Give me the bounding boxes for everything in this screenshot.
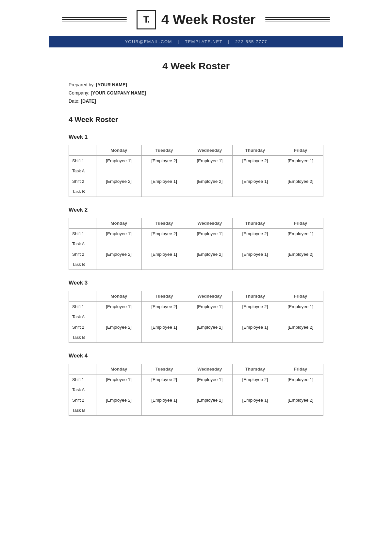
cell-empty — [141, 239, 187, 249]
cell: [Employee 2] — [232, 301, 278, 312]
prepared-by-label: Prepared by: — [69, 82, 95, 87]
cell: [Employee 1] — [96, 155, 141, 166]
cell-empty — [232, 166, 278, 176]
task-label: Task B — [69, 186, 96, 197]
cell: [Employee 1] — [96, 228, 141, 239]
main-content: 4 Week Roster Prepared by: [YOUR NAME] C… — [49, 47, 343, 439]
cell: [Employee 2] — [232, 228, 278, 239]
week-2-table: MondayTuesdayWednesdayThursdayFridayShif… — [69, 218, 323, 270]
cell-empty — [278, 312, 323, 322]
col-header-monday: Monday — [96, 364, 141, 374]
col-header-label — [69, 291, 96, 301]
cell-empty — [278, 186, 323, 197]
header-title: 4 Week Roster — [161, 12, 256, 27]
cell-empty — [232, 312, 278, 322]
cell-empty — [232, 186, 278, 197]
cell-empty — [232, 385, 278, 395]
week-4: Week 4MondayTuesdayWednesdayThursdayFrid… — [69, 353, 323, 416]
col-header-thursday: Thursday — [232, 364, 278, 374]
shift-label: Shift 2 — [69, 176, 96, 186]
table-row: Shift 2[Employee 2][Employee 1][Employee… — [69, 395, 323, 405]
task-label: Task B — [69, 405, 96, 416]
table-row: Shift 1[Employee 1][Employee 2][Employee… — [69, 374, 323, 385]
table-row: Shift 1[Employee 1][Employee 2][Employee… — [69, 228, 323, 239]
date-row: Date: [DATE] — [69, 97, 323, 105]
banner-website: TEMPLATE.NET — [185, 39, 222, 44]
col-header-tuesday: Tuesday — [141, 218, 187, 228]
table-row: Task A — [69, 312, 323, 322]
page-header: T. 4 Week Roster — [49, 0, 343, 36]
document-title: 4 Week Roster — [69, 61, 323, 72]
cell: [Employee 2] — [232, 155, 278, 166]
table-row: Task A — [69, 239, 323, 249]
col-header-friday: Friday — [278, 291, 323, 301]
header-lines-left — [62, 17, 127, 22]
header-line — [62, 22, 127, 22]
cell: [Employee 1] — [141, 395, 187, 405]
cell: [Employee 1] — [187, 228, 232, 239]
table-row: Task B — [69, 186, 323, 197]
cell-empty — [187, 239, 232, 249]
col-header-wednesday: Wednesday — [187, 218, 232, 228]
task-label: Task A — [69, 312, 96, 322]
col-header-tuesday: Tuesday — [141, 364, 187, 374]
cell: [Employee 2] — [278, 249, 323, 259]
cell-empty — [232, 332, 278, 343]
cell-empty — [96, 166, 141, 176]
week-1-title: Week 1 — [69, 134, 323, 140]
cell: [Employee 2] — [141, 301, 187, 312]
cell: [Employee 1] — [232, 395, 278, 405]
table-row: Task B — [69, 332, 323, 343]
header-line — [265, 17, 330, 18]
col-header-label — [69, 364, 96, 374]
banner-email: YOUR@EMAIL.COM — [125, 39, 172, 44]
cell: [Employee 1] — [187, 374, 232, 385]
table-row: Shift 2[Employee 2][Employee 1][Employee… — [69, 176, 323, 186]
task-label: Task A — [69, 385, 96, 395]
cell: [Employee 1] — [141, 322, 187, 332]
cell: [Employee 2] — [141, 374, 187, 385]
company-value: [YOUR COMPANY NAME] — [91, 90, 146, 96]
cell-empty — [278, 385, 323, 395]
cell: [Employee 2] — [96, 322, 141, 332]
table-row: Shift 2[Employee 2][Employee 1][Employee… — [69, 249, 323, 259]
cell-empty — [187, 259, 232, 270]
col-header-friday: Friday — [278, 218, 323, 228]
header-line — [62, 19, 127, 20]
table-row: Task B — [69, 259, 323, 270]
col-header-monday: Monday — [96, 291, 141, 301]
header-line — [265, 22, 330, 22]
cell: [Employee 1] — [278, 155, 323, 166]
week-2: Week 2MondayTuesdayWednesdayThursdayFrid… — [69, 207, 323, 270]
prepared-by-row: Prepared by: [YOUR NAME] — [69, 81, 323, 89]
col-header-thursday: Thursday — [232, 218, 278, 228]
col-header-tuesday: Tuesday — [141, 145, 187, 155]
cell-empty — [278, 259, 323, 270]
date-label: Date: — [69, 98, 79, 104]
cell: [Employee 2] — [232, 374, 278, 385]
shift-label: Shift 1 — [69, 155, 96, 166]
week-4-title: Week 4 — [69, 353, 323, 359]
col-header-friday: Friday — [278, 145, 323, 155]
col-header-wednesday: Wednesday — [187, 145, 232, 155]
shift-label: Shift 1 — [69, 301, 96, 312]
cell-empty — [187, 332, 232, 343]
cell-empty — [232, 259, 278, 270]
cell: [Employee 1] — [232, 322, 278, 332]
task-label: Task B — [69, 332, 96, 343]
header-line — [62, 17, 127, 18]
cell: [Employee 2] — [187, 322, 232, 332]
shift-label: Shift 1 — [69, 374, 96, 385]
task-label: Task A — [69, 239, 96, 249]
cell-empty — [96, 405, 141, 416]
cell-empty — [141, 332, 187, 343]
cell: [Employee 1] — [278, 374, 323, 385]
cell: [Employee 2] — [278, 176, 323, 186]
date-value: [DATE] — [81, 98, 96, 104]
cell: [Employee 2] — [96, 176, 141, 186]
col-header-thursday: Thursday — [232, 145, 278, 155]
col-header-tuesday: Tuesday — [141, 291, 187, 301]
table-row: Task B — [69, 405, 323, 416]
cell-empty — [187, 385, 232, 395]
cell: [Employee 1] — [278, 301, 323, 312]
